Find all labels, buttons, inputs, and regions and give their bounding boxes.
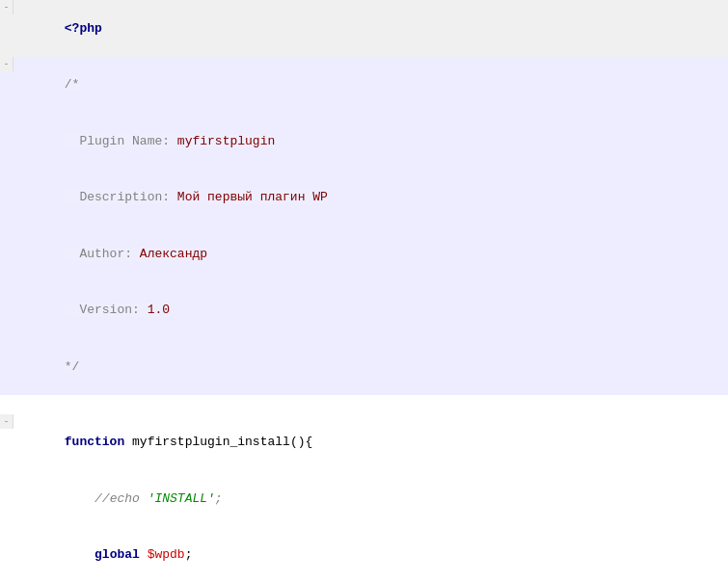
description-comment: Description: Мой первый плагин WP (65, 190, 328, 204)
line-3: Plugin Name: myfirstplugin (0, 113, 728, 170)
keyword-global-1: global (94, 547, 140, 562)
fold-icon-2[interactable]: - (3, 57, 9, 71)
function-install-name: myfirstplugin_install (132, 435, 290, 449)
version-comment: Version: 1.0 (65, 303, 170, 317)
gutter-1[interactable]: - (0, 0, 13, 14)
code-line-8 (13, 395, 728, 414)
line-5: Author: Александр (0, 225, 728, 282)
keyword-function-1: function (65, 435, 124, 449)
fold-icon-9[interactable]: - (3, 414, 9, 429)
plugin-name-comment: Plugin Name: myfirstplugin (65, 134, 275, 148)
gutter-2[interactable]: - (0, 57, 13, 71)
line-8 (0, 395, 728, 414)
line-6: Version: 1.0 (0, 282, 728, 339)
fold-icon-1[interactable]: - (3, 0, 9, 14)
code-line-3: Plugin Name: myfirstplugin (13, 113, 728, 170)
line-1: - <?php (0, 0, 728, 57)
line-10: //echo 'INSTALL'; (0, 470, 728, 527)
line-11: global $wpdb; (0, 527, 728, 583)
line-9: - function myfirstplugin_install(){ (0, 414, 728, 471)
var-wpdb-1: $wpdb (148, 547, 185, 562)
comment-start: /* (65, 77, 80, 92)
code-line-1: <?php (13, 0, 728, 57)
gutter-9[interactable]: - (0, 414, 13, 429)
php-open-tag: <?php (65, 21, 102, 36)
code-line-11: global $wpdb; (13, 527, 728, 583)
code-line-5: Author: Александр (13, 225, 728, 282)
parens: (){ (290, 435, 312, 449)
space (124, 435, 132, 449)
code-line-10: //echo 'INSTALL'; (13, 470, 728, 527)
code-line-6: Version: 1.0 (13, 282, 728, 339)
code-line-7: */ (13, 338, 728, 395)
comment-end: */ (65, 359, 80, 374)
code-line-9: function myfirstplugin_install(){ (13, 414, 728, 471)
indent-10 (65, 491, 94, 506)
line-7: */ (0, 338, 728, 395)
line-2: - /* (0, 57, 728, 114)
author-comment: Author: Александр (65, 247, 207, 261)
echo-comment-1: //echo 'INSTALL'; (94, 491, 223, 506)
code-editor: - <?php - /* Plugin Name: myfirstplugin … (0, 0, 728, 582)
code-line-4: Description: Мой первый плагин WP (13, 170, 728, 226)
indent-11 (65, 547, 94, 562)
line-4: Description: Мой первый плагин WP (0, 170, 728, 226)
code-line-2: /* (13, 57, 728, 114)
